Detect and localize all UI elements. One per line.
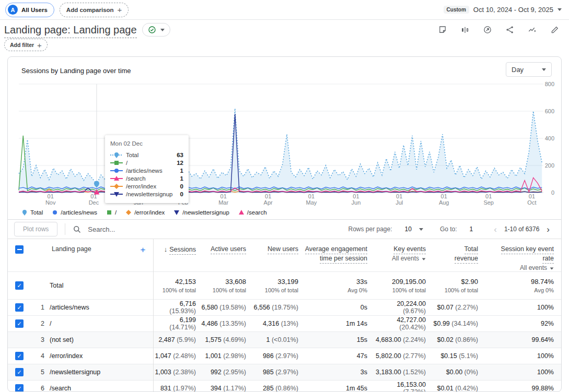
date-range-selector[interactable]: Custom Oct 10, 2024 - Oct 9, 2025 [444,6,562,14]
metric-cell: 15s [304,332,373,348]
add-comparison-button[interactable]: Add comparison + [60,3,129,17]
prev-page-button[interactable]: ‹ [492,225,499,234]
row-checkbox[interactable] [15,281,24,290]
svg-text:01: 01 [265,193,271,199]
report-card: Sessions by Landing page over time Day 8… [7,56,562,392]
triangle-up-marker-icon [110,175,123,182]
legend-item: / [106,209,117,216]
metric-cell: 831 (1.97%) [153,381,201,392]
notes-icon[interactable] [438,25,447,34]
svg-text:600: 600 [545,108,554,114]
svg-text:Dec: Dec [89,199,99,206]
column-header-landing-page[interactable]: Landing page + [50,239,153,272]
landing-page-table: Landing page +↓SessionsActive usersNew u… [8,239,561,392]
table-row: 4 /error/index1,047 (2.48%)1,001 (2.98%)… [8,348,561,364]
column-header-average-engagement-time-per-session[interactable]: Average engagementtime per session [304,239,373,272]
column-header-new-users[interactable]: New users [251,239,304,272]
metric-cell: 92% [483,316,561,332]
legend-label: /error/index [134,209,165,216]
data-quality-icon[interactable] [483,25,492,34]
search-input[interactable] [87,225,235,234]
metric-cell: 1,001 (2.98%) [201,348,251,364]
row-checkbox[interactable] [15,368,24,376]
column-header-session-key-event-rate[interactable]: Session key eventrateAll events [483,239,561,272]
metric-cell: 20,224.00 (9.67%) [373,300,431,316]
goto-page-input[interactable]: 1 [470,225,473,233]
column-header-total-revenue[interactable]: Totalrevenue [431,239,483,272]
chevron-down-icon [160,29,165,31]
metric-cell: 1,575 (4.69%) [201,332,251,348]
metric-cell: 1,047 (2.48%) [153,348,201,364]
tooltip-series-name: /search [126,175,146,182]
diamond-marker-icon [125,209,132,216]
metric-cell: 100% [483,300,561,316]
search-icon [73,225,82,234]
tooltip-series-value: 1 [180,168,183,174]
column-header-active-users[interactable]: Active users [201,239,251,272]
plot-rows-button[interactable]: Plot rows [14,222,57,236]
table-row: 6 /search831 (1.97%)394 (1.17%)285 (0.86… [8,381,561,392]
total-label: Total [50,272,153,300]
total-metric-cell: 98.74%Avg 0% [483,272,561,300]
chart-tooltip: Mon 02 Dec Total 63 / 12 /articles/news … [105,135,189,203]
sessions-over-time-chart[interactable]: 800600400200001Nov01Dec01Jan01Feb01Mar01… [8,81,561,206]
metric-cell: 1m 45s [304,381,373,392]
report-header: Landing page: Landing page [0,20,569,40]
legend-label: /search [247,209,267,216]
metric-cell: 1 (<0.01%) [251,332,304,348]
svg-text:800: 800 [545,81,554,87]
chart-header: Sessions by Landing page over time Day [8,57,561,81]
circle-marker-icon [110,168,123,174]
chevron-down-icon [419,228,423,231]
chevron-down-icon [558,8,562,11]
row-index: 6 [27,381,50,392]
data-status-pill[interactable] [142,23,170,37]
metric-cell: 6,716 (15.93%) [153,300,201,316]
triangle-down-marker-icon [173,209,180,216]
total-metric-cell: 33,199100% of total [251,272,304,300]
metric-cell: 4,683.00 (2.24%) [373,332,431,348]
metric-event-filter[interactable]: All events [483,264,554,271]
filter-bar: Add filter + [4,39,48,51]
column-header-key-events[interactable]: Key eventsAll events [373,239,431,272]
metric-cell: 394 (1.17%) [201,381,251,392]
total-metric-cell: 33,608100% of total [201,272,251,300]
total-metric-cell: $2.90100% of total [431,272,483,300]
granularity-select[interactable]: Day [506,62,552,77]
share-icon[interactable] [505,25,515,34]
diamond-marker-icon [110,183,123,189]
table-row: 2 /6,199 (14.71%)4,486 (13.35%)4,316 (13… [8,316,561,332]
square-marker-icon [106,209,112,216]
select-all-checkbox[interactable] [15,245,24,254]
metric-cell: 985 (2.97%) [251,364,304,381]
tooltip-row: /error/index 0 [110,182,183,190]
column-header-sessions[interactable]: ↓Sessions [153,239,201,272]
edit-icon[interactable] [550,25,560,34]
row-checkbox[interactable] [15,352,24,360]
metric-cell: 6,556 (19.75%) [251,300,304,316]
row-checkbox[interactable] [15,319,24,328]
rows-per-page-select[interactable]: 10 [398,225,423,233]
legend-label: / [115,209,117,216]
add-dimension-icon[interactable]: + [141,245,146,254]
metric-cell: 5,802.00 (2.77%) [373,348,431,364]
row-index: 3 [27,332,50,348]
metric-event-filter[interactable]: All events [373,255,426,262]
table-row: 3 (not set)2,487 (5.9%)1,575 (4.69%)1 (<… [8,332,561,348]
tooltip-series-value: 63 [177,152,183,158]
next-page-button[interactable]: › [544,225,552,234]
comparison-icon[interactable] [460,25,470,34]
add-filter-button[interactable]: Add filter + [4,39,48,51]
tooltip-series-name: /error/index [126,183,156,189]
table-header-row: Landing page +↓SessionsActive usersNew u… [8,239,561,272]
svg-text:01: 01 [529,193,535,199]
row-checkbox[interactable] [15,303,24,312]
svg-text:01: 01 [308,193,315,199]
total-metric-cell: 42,153100% of total [153,272,201,300]
svg-text:0: 0 [551,189,554,196]
svg-text:Sep: Sep [483,199,494,206]
row-checkbox[interactable] [15,384,24,392]
audience-chip-all-users[interactable]: A All Users [5,3,54,17]
insights-icon[interactable] [528,25,537,34]
metric-cell: 992 (2.95%) [201,364,251,381]
